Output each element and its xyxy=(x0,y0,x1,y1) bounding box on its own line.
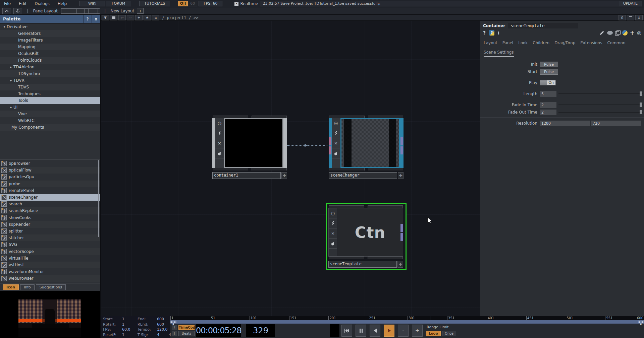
resetf-value[interactable]: 1 xyxy=(122,332,124,338)
palette-tree-item[interactable]: ▸ TDAbleton xyxy=(0,64,100,70)
param-label-fadeout[interactable]: Fade Out Time xyxy=(480,110,540,115)
palette-tree-item[interactable]: My Components xyxy=(0,124,100,131)
parameter-tab[interactable]: Extensions xyxy=(580,41,602,45)
param-label-length[interactable]: Length xyxy=(480,91,540,96)
network-editor[interactable]: ◎ × container1 ✚ ◎ xyxy=(101,21,480,316)
step-back-button[interactable]: - xyxy=(398,325,409,337)
param-label-fadein[interactable]: Fade In Time xyxy=(480,103,540,107)
tree-caret-icon[interactable]: ▸ xyxy=(9,77,13,84)
collapse-pane-icon[interactable]: ⇩ xyxy=(635,15,643,20)
immune-flag-icon[interactable] xyxy=(332,148,340,158)
pane-layout-hsplit-button[interactable] xyxy=(76,8,84,14)
palette-component-item[interactable]: virtualFile xyxy=(0,255,100,262)
pause-button[interactable] xyxy=(356,325,366,337)
tutorials-button[interactable]: TUTORIALS xyxy=(139,1,170,6)
node-container1[interactable]: ◎ × container1 ✚ xyxy=(212,116,287,179)
play-toggle[interactable]: On xyxy=(540,80,556,85)
parameter-tab[interactable]: Layout xyxy=(484,41,497,45)
node-viewer-transparent[interactable] xyxy=(340,118,400,168)
play-forward-button[interactable] xyxy=(384,325,394,337)
add-op-icon[interactable]: + xyxy=(135,15,143,20)
help-icon[interactable]: ? xyxy=(483,30,486,36)
node-connection-wire[interactable] xyxy=(287,145,327,146)
start-value[interactable]: 1 xyxy=(122,317,124,322)
parameter-tab[interactable]: Look xyxy=(518,41,528,45)
palette-tree-item[interactable]: ▾ Derivative xyxy=(0,23,100,30)
palette-help-button[interactable]: ? xyxy=(83,15,92,23)
jump-to-start-button[interactable] xyxy=(341,325,352,337)
palette-tree-item[interactable]: ▸ TDVR xyxy=(0,77,100,84)
python-help-icon[interactable]: ? xyxy=(489,30,494,36)
immune-flag-icon[interactable] xyxy=(329,239,337,249)
palette-component-item[interactable]: vectorScope xyxy=(0,248,100,255)
tree-caret-icon[interactable]: ▸ xyxy=(9,104,13,111)
parameter-tab[interactable]: Drag/Drop xyxy=(554,41,575,45)
target-fps-display[interactable]: 60 xyxy=(188,1,197,6)
palette-component-item[interactable]: webBrowser xyxy=(0,275,100,282)
edit-pencil-icon[interactable] xyxy=(599,30,605,36)
node-name-field[interactable]: sceneChanger xyxy=(329,172,397,179)
immune-flag-icon[interactable] xyxy=(215,148,224,158)
palette-tree-item[interactable]: ImageFilters xyxy=(0,37,100,44)
node-expand-icon[interactable]: ✚ xyxy=(397,261,403,268)
node-type-badge[interactable]: Ctn xyxy=(337,208,403,256)
tab-icon[interactable]: Icon xyxy=(3,284,19,290)
pane-layout-mixed-button[interactable] xyxy=(84,8,92,14)
range-bar[interactable]: ● ● ● ● ● ● xyxy=(170,320,644,324)
tab-suggestions[interactable]: Suggestions xyxy=(36,284,66,290)
node-name-field[interactable]: container1 xyxy=(212,172,281,179)
palette-component-item[interactable]: waveformMonitor xyxy=(0,268,100,275)
tree-caret-icon[interactable]: ▾ xyxy=(2,23,7,30)
frame-display[interactable]: 329 xyxy=(246,324,275,337)
node-name-field[interactable]: sceneTemplate xyxy=(328,261,397,268)
stop-icon[interactable] xyxy=(110,15,117,20)
home-icon[interactable]: ⌂ xyxy=(152,15,159,20)
param-label-init[interactable]: Init xyxy=(480,62,540,67)
step-forward-button[interactable]: + xyxy=(412,325,423,337)
new-layout-add-button[interactable]: + xyxy=(137,8,144,14)
input-connector[interactable] xyxy=(329,137,331,145)
start-pulse-button[interactable]: Pulse xyxy=(540,69,558,75)
palette-tree-item[interactable]: TDSynchro xyxy=(0,70,100,77)
back-arrow-icon[interactable]: ⇦ xyxy=(118,15,126,20)
palette-component-item[interactable]: particlesGpu xyxy=(0,174,100,180)
comment-bubble-icon[interactable] xyxy=(607,31,613,35)
parameter-tab[interactable]: Common xyxy=(607,41,625,45)
bypass-flag-icon[interactable]: × xyxy=(332,138,340,148)
tab-info[interactable]: Info xyxy=(20,284,35,290)
realtime-checkbox-icon[interactable]: ✕ xyxy=(234,2,238,6)
length-value-field[interactable]: 5 xyxy=(540,91,556,97)
node-sceneChanger[interactable]: ◎ × sceneChanger ✚ xyxy=(329,116,404,179)
palette-scrollbar[interactable] xyxy=(98,160,99,237)
forward-arrow-icon[interactable]: ⇨ xyxy=(127,15,134,20)
tsig-value2[interactable]: 4 xyxy=(169,332,171,338)
menu-edit[interactable]: Edit xyxy=(15,0,31,7)
palette-tree-item[interactable]: Techniques xyxy=(0,90,100,97)
tree-caret-icon[interactable]: ▸ xyxy=(9,64,13,70)
palette-tree-item[interactable]: TDVS xyxy=(0,84,100,90)
param-label-play[interactable]: Play xyxy=(480,80,540,85)
viewer-flag-icon[interactable]: ◎ xyxy=(332,118,340,128)
menu-help[interactable]: Help xyxy=(54,0,71,7)
pane-layout-vsplit-button[interactable] xyxy=(69,8,76,14)
palette-tree-item[interactable]: Vive xyxy=(0,111,100,117)
fraction-mode-button[interactable]: / xyxy=(172,325,177,330)
playhead[interactable] xyxy=(430,316,430,320)
output-connector[interactable] xyxy=(400,146,403,154)
palette-component-item[interactable]: probe xyxy=(0,181,100,187)
palette-tree-item[interactable]: PointClouds xyxy=(0,57,100,64)
output-connector[interactable] xyxy=(400,224,403,232)
frame-ruler[interactable]: 151101151201251301351401451501551600 xyxy=(170,316,644,320)
anchor-icon[interactable] xyxy=(13,8,22,14)
wiki-button[interactable]: WIKI xyxy=(79,1,105,6)
custom-page-label[interactable]: Scene Settings xyxy=(484,50,514,57)
output-connector[interactable] xyxy=(400,137,403,145)
once-button[interactable]: Once xyxy=(442,331,456,336)
output-connector[interactable] xyxy=(400,233,403,241)
palette-component-item[interactable]: stitcher xyxy=(0,234,100,241)
op-name-field[interactable]: sceneTemplate xyxy=(508,23,578,28)
palette-tree-item[interactable]: OculusRift xyxy=(0,50,100,57)
fadeout-value-field[interactable]: 2 xyxy=(540,110,556,115)
beats-button[interactable]: Beats xyxy=(178,331,195,336)
tsig-value1[interactable]: 4 xyxy=(157,332,159,338)
